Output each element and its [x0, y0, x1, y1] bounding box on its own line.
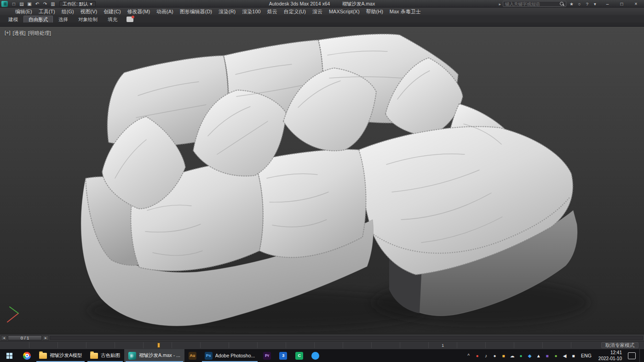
app-3-taskbar-button[interactable]: 3: [275, 349, 291, 362]
track-bar-ruler[interactable]: [1, 342, 584, 348]
action-center-icon[interactable]: [628, 352, 636, 359]
explorer-sofa-model-label: 褶皱沙发A模型: [50, 352, 82, 359]
network-icon[interactable]: ■: [570, 353, 576, 358]
volume-icon[interactable]: ◀: [562, 353, 568, 358]
ribbon-options-icon[interactable]: [126, 17, 133, 22]
cancel-expert-mode-button[interactable]: 取消专家模式: [601, 342, 638, 348]
menu-item-2[interactable]: 组(G): [58, 8, 77, 15]
show-desktop-button[interactable]: [639, 349, 642, 362]
viewport-menu-view[interactable]: [透视]: [13, 30, 26, 37]
explorer-sofa-model-taskbar-button[interactable]: 褶皱沙发A模型: [35, 349, 86, 362]
headset-icon[interactable]: ●: [492, 353, 498, 358]
project-folder-icon[interactable]: ▥: [49, 1, 57, 7]
folder-icon: [39, 353, 47, 359]
time-slider-row: ◄ 0 / 1 ►: [0, 334, 644, 341]
open-file-icon[interactable]: ▤: [18, 1, 25, 7]
ribbon-tab-2[interactable]: 选择: [54, 16, 73, 23]
download-manager-icon[interactable]: ■: [544, 353, 550, 358]
language-indicator[interactable]: ENG: [579, 353, 593, 358]
viewport-menu-shading[interactable]: [明暗处理]: [28, 30, 51, 37]
minimize-button[interactable]: –: [600, 0, 615, 8]
infocenter-arrow-icon[interactable]: ▸: [499, 2, 501, 6]
workspace-dropdown[interactable]: 工作区: 默认 ▾: [59, 1, 96, 7]
infocenter-icons: ★○?▾: [568, 1, 598, 6]
search-input[interactable]: [505, 1, 558, 6]
menu-item-4[interactable]: 创建(C): [100, 8, 124, 15]
ribbon-tab-3[interactable]: 对象绘制: [74, 16, 102, 23]
microphone-icon[interactable]: ♪: [483, 353, 489, 358]
search-icon[interactable]: [560, 2, 564, 6]
3dsmax-document-taskbar-button[interactable]: 褶皱沙发A.max - ...: [124, 349, 184, 362]
qq-icon[interactable]: ◆: [527, 353, 533, 358]
menu-item-10[interactable]: 焙云: [264, 8, 281, 15]
chrome-taskbar-button[interactable]: [19, 349, 35, 362]
audition-taskbar-button[interactable]: Au: [184, 349, 201, 362]
perspective-viewport[interactable]: [+] [透视] [明暗处理]: [0, 27, 644, 334]
menu-item-11[interactable]: 自定义(U): [281, 8, 309, 15]
menu-item-15[interactable]: Max 杀毒卫士: [386, 8, 424, 15]
menu-item-13[interactable]: MAXScript(X): [326, 8, 363, 15]
window-controls: –□×: [600, 0, 643, 8]
clock-time: 12:41: [610, 350, 622, 356]
save-file-icon[interactable]: ▣: [26, 1, 33, 7]
menu-item-1[interactable]: 工具(T): [35, 8, 58, 15]
ribbon-collapsed-strip: [0, 23, 644, 27]
help-icon[interactable]: ?: [584, 1, 591, 6]
3dsmax-app-menu-button[interactable]: [1, 1, 8, 7]
menu-item-7[interactable]: 图形编辑器(D): [177, 8, 215, 15]
windows-start-taskbar-button[interactable]: [0, 349, 19, 362]
menu-item-0[interactable]: 编辑(E): [12, 8, 35, 15]
security-icon[interactable]: ▲: [535, 353, 541, 358]
3dsmax-window: □▤▣↶↷▥ 工作区: 默认 ▾ Autodesk 3ds Max 2014 x…: [0, 0, 644, 362]
app-title: Autodesk 3ds Max 2014 x64: [269, 1, 330, 7]
menu-item-14[interactable]: 帮助(H): [363, 8, 386, 15]
3dsmax-icon: [128, 352, 136, 360]
app-c-taskbar-button[interactable]: C: [291, 349, 307, 362]
previous-frame-button[interactable]: ◄: [1, 335, 7, 340]
keyframe-marker[interactable]: [157, 343, 160, 348]
viewport-menu-plus[interactable]: [+]: [5, 30, 11, 37]
undo-icon[interactable]: ↶: [34, 1, 41, 7]
menu-item-3[interactable]: 视图(V): [77, 8, 101, 15]
menu-item-5[interactable]: 修改器(M): [124, 8, 154, 15]
app-blue-circle-taskbar-button[interactable]: [307, 349, 323, 362]
taskbar-clock[interactable]: 12:41 2022-01-10: [596, 350, 624, 362]
ribbon-tab-0[interactable]: 建模: [4, 16, 23, 23]
input-method-icon[interactable]: ■: [500, 353, 506, 358]
app-blue-circle-icon: [311, 352, 319, 360]
hidden-icons-chevron-icon[interactable]: ^: [466, 353, 472, 358]
messenger-icon[interactable]: ●: [518, 353, 524, 358]
ribbon-tab-1[interactable]: 自由形式: [23, 16, 53, 23]
time-slider-handle[interactable]: 0 / 1: [8, 335, 42, 340]
document-title: 褶皱沙发A.max: [342, 1, 375, 7]
next-frame-button[interactable]: ►: [43, 335, 49, 340]
menu-item-12[interactable]: 渲云: [309, 8, 326, 15]
new-scene-icon[interactable]: □: [10, 1, 17, 7]
premiere-taskbar-button[interactable]: Pr: [259, 349, 275, 362]
chrome-icon: [23, 352, 31, 360]
track-frame-label: 1: [442, 343, 444, 348]
redo-icon[interactable]: ↷: [41, 1, 49, 7]
close-button[interactable]: ×: [629, 0, 643, 8]
photoshop-icon: Ps: [205, 352, 213, 360]
photoshop-label: Adobe Photosho...: [215, 353, 255, 358]
time-slider-track[interactable]: [50, 336, 643, 340]
cloud-sync-icon[interactable]: ☁: [509, 353, 515, 358]
explorer-texture-label: 古色贴图: [101, 352, 120, 359]
favorites-star-icon[interactable]: ★: [568, 1, 575, 6]
maximize-button[interactable]: □: [615, 0, 629, 8]
menu-item-6[interactable]: 动画(A): [153, 8, 177, 15]
menu-item-8[interactable]: 渲染(R): [215, 8, 239, 15]
ribbon-tab-4[interactable]: 填充: [103, 16, 122, 23]
audition-icon: Au: [189, 352, 196, 360]
explorer-texture-taskbar-button[interactable]: 古色贴图: [86, 349, 124, 362]
signin-dropdown-icon[interactable]: ▾: [592, 1, 598, 6]
screen-record-icon[interactable]: ●: [474, 353, 480, 358]
infocenter: ▸ ★○?▾ –□×: [499, 0, 643, 8]
graphics-driver-icon[interactable]: ●: [553, 353, 559, 358]
communication-center-icon[interactable]: ○: [576, 1, 583, 6]
photoshop-taskbar-button[interactable]: PsAdobe Photosho...: [201, 349, 259, 362]
menu-item-9[interactable]: 渲染100: [239, 8, 264, 15]
chevron-down-icon: ▾: [90, 1, 92, 6]
menubar: 编辑(E)工具(T)组(G)视图(V)创建(C)修改器(M)动画(A)图形编辑器…: [0, 8, 644, 15]
